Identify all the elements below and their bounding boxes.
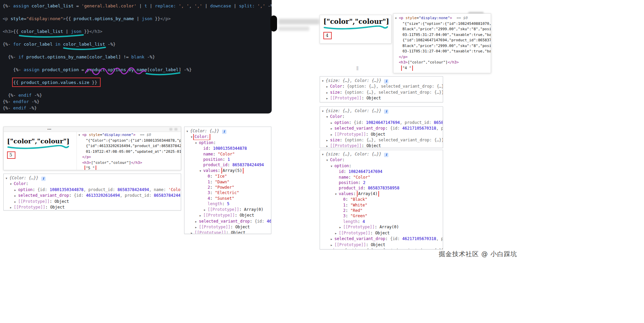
console-property-row[interactable]: ▸[[Prototype]]: Object — [4, 199, 181, 204]
console-log-entry[interactable]: ▾{size: {…}, Color: {…}}i — [320, 78, 443, 84]
console-property-row[interactable]: ▸[[Prototype]]: Object — [4, 204, 181, 210]
elements-node-row[interactable]: ▾<p style="display:none"> == $0 — [393, 15, 491, 21]
expand-arrow-icon[interactable]: ▾ — [78, 132, 82, 138]
expand-arrow-icon[interactable]: ▾ — [10, 181, 14, 187]
console-property-row[interactable]: ▾values: Array(4) — [320, 191, 443, 197]
console-property-row[interactable]: ▸[[Prototype]]: Array(0) — [320, 224, 443, 230]
elements-node-row[interactable]: "5 " — [77, 166, 181, 170]
console-property-row[interactable]: ▸selected_variant_drop: {id: 46133202616… — [4, 193, 181, 198]
value-text: Object — [371, 242, 385, 247]
console-property-row[interactable]: ▸option: {id: 10824647147694, product_id… — [320, 120, 443, 126]
expand-arrow-icon[interactable]: ▸ — [326, 90, 330, 95]
console-log-entry[interactable]: ▾{Color: {…}}i — [184, 128, 271, 134]
elements-node-row[interactable]: {"id":46133202616494,"product_id":865837… — [77, 143, 181, 149]
elements-node-row[interactable]: 01-19T22:47:08-05:00","updated_at":"2025… — [77, 149, 181, 155]
elements-node-row[interactable]: 03-11T05:31:27-04:00","taxable":true,"ba… — [393, 32, 491, 38]
console-property-row[interactable]: ▾Color: — [4, 181, 181, 187]
elements-node-row[interactable]: </p> — [393, 54, 491, 60]
expand-arrow-icon[interactable]: ▾ — [322, 108, 326, 114]
console-property-row[interactable]: ▾Color: — [320, 114, 443, 120]
console-log-entry[interactable]: ▾{size: {…}, Color: {…}}i — [320, 151, 443, 157]
console-log-entry[interactable]: ▾{Color: {…}}i — [4, 175, 181, 181]
console-property-row[interactable]: ▸[[Prototype]]: Object — [320, 143, 443, 148]
console-property-row[interactable]: ▸selected_variant_drop: {id: 46217105670… — [320, 236, 443, 242]
expand-arrow-icon[interactable]: ▸ — [331, 242, 334, 248]
console-log-entry[interactable]: ▾{size: {…}, Color: {…}}i — [320, 108, 443, 114]
string-value: "Dawn" — [215, 180, 229, 184]
elements-node-row[interactable]: <h3>["color","colour"]</h3> — [393, 60, 491, 65]
console-property-row[interactable]: ▸[[Prototype]]: Object — [320, 132, 443, 137]
more-menu-icon[interactable]: ⋯ — [47, 127, 51, 131]
elements-node-row[interactable]: "{"Color":{"option":{"id":10801350344878… — [77, 138, 181, 144]
panel-resize-handle[interactable]: ‖ — [356, 66, 359, 71]
expand-arrow-icon[interactable]: ▾ — [191, 134, 195, 140]
expand-arrow-icon[interactable]: ▸ — [14, 199, 18, 204]
expand-arrow-icon[interactable]: ▸ — [195, 219, 199, 224]
expand-arrow-icon[interactable]: ▸ — [331, 236, 334, 242]
elements-node-row[interactable]: "4 " — [393, 65, 491, 71]
expand-arrow-icon[interactable]: ▸ — [326, 248, 330, 249]
expand-arrow-icon[interactable]: ▸ — [326, 143, 330, 148]
value-text: Object — [371, 132, 385, 137]
expand-arrow-icon[interactable]: ▾ — [322, 152, 326, 157]
console-property-row[interactable]: ▸Color: {option: {…}, selected_variant_d… — [320, 84, 443, 89]
console-property-row[interactable]: ▾option: — [184, 140, 271, 146]
expand-arrow-icon[interactable]: ▸ — [195, 225, 199, 230]
object-preview: , product_id: — [436, 236, 443, 241]
html-tag: <p — [399, 16, 406, 20]
elements-node-row[interactable]: Black","price":"2999.00","sku":"8","posi… — [393, 27, 491, 32]
expand-arrow-icon[interactable]: ▸ — [14, 187, 18, 193]
console-property-row[interactable]: ▸[[Prototype]]: Object — [184, 224, 271, 230]
console-property-row[interactable]: ▸[[Prototype]]: Array(0) — [184, 207, 271, 213]
console-property-row[interactable]: ▸option: {id: 10801350344878, product_id… — [4, 187, 181, 193]
expand-arrow-icon[interactable]: ▾ — [326, 157, 330, 163]
console-property-row[interactable]: ▸[[Prototype]]: Object — [320, 230, 443, 236]
expand-arrow-icon[interactable]: ▸ — [326, 96, 330, 101]
console-property-row[interactable]: ▾values: Array(5) — [184, 168, 271, 174]
scrollbar-thumb[interactable] — [270, 15, 277, 32]
expand-arrow-icon[interactable]: ▸ — [10, 205, 14, 210]
console-property-row[interactable]: ▾Color: — [184, 134, 271, 140]
elements-node-row[interactable]: </p> — [77, 154, 181, 160]
console-property-row[interactable]: ▸[[Prototype]]: Object — [184, 230, 271, 234]
console-property-row[interactable]: ▾Color: — [320, 157, 443, 163]
expand-arrow-icon[interactable]: ▾ — [200, 168, 203, 174]
expand-arrow-icon[interactable]: ▾ — [6, 176, 9, 181]
elements-node-row[interactable]: <h3>["color","colour"]</h3> — [77, 160, 181, 166]
code-string: "display:none" — [26, 16, 63, 21]
expand-arrow-icon[interactable]: ▸ — [200, 213, 203, 218]
browser-preview-top: ["color","colour"] 4 — [320, 15, 391, 44]
console-property-row[interactable]: ▸size: {option: {…}, selected_variant_dr… — [320, 90, 443, 95]
console-property-row[interactable]: ▸[[Prototype]]: Object — [320, 95, 443, 101]
expand-arrow-icon[interactable]: ▸ — [331, 126, 334, 131]
expand-arrow-icon[interactable]: ▸ — [335, 231, 339, 236]
console-property-row[interactable]: ▸selected_variant_drop: {id: 46217105670… — [320, 126, 443, 131]
expand-arrow-icon[interactable]: ▸ — [331, 132, 334, 137]
console-property-row[interactable]: ▸selected_variant_drop: {id: 46133202616… — [184, 219, 271, 224]
expand-arrow-icon[interactable]: ▾ — [395, 15, 399, 21]
console-property-row: position: 2 — [320, 180, 443, 185]
expand-arrow-icon[interactable]: ▸ — [204, 207, 208, 213]
elements-node-row[interactable]: "{"size":{"option":{"id":10824540881070,… — [393, 21, 491, 27]
expand-arrow-icon[interactable]: ▾ — [195, 140, 199, 146]
expand-arrow-icon[interactable]: ▾ — [186, 129, 190, 134]
elements-node-row[interactable]: ▾<p style="display:none"> == $0 — [77, 132, 181, 138]
expand-arrow-icon[interactable]: ▸ — [326, 84, 330, 89]
elements-node-row[interactable]: Black","price":"2999.00","sku":"8","posi… — [393, 43, 491, 49]
console-property-row[interactable]: ▸size: {option: {…}, selected_variant_dr… — [320, 137, 443, 143]
expand-arrow-icon[interactable]: ▾ — [326, 114, 330, 120]
expand-arrow-icon[interactable]: ▸ — [191, 230, 195, 234]
expand-arrow-icon[interactable]: ▸ — [339, 225, 343, 230]
console-property-row[interactable]: ▸[[Prototype]]: Object — [320, 242, 443, 248]
expand-arrow-icon[interactable]: ▾ — [331, 164, 334, 169]
console-property-row[interactable]: ▸[[Prototype]]: Object — [184, 213, 271, 218]
expand-arrow-icon[interactable]: ▾ — [322, 78, 326, 84]
expand-arrow-icon[interactable]: ▾ — [335, 191, 339, 197]
expand-arrow-icon[interactable]: ▸ — [331, 120, 334, 126]
expand-arrow-icon[interactable]: ▸ — [326, 138, 330, 143]
elements-node-row[interactable]: 03-11T05:31:27-04:00","taxable":true,"ba… — [393, 49, 491, 54]
console-property-row[interactable]: ▾option: — [320, 163, 443, 169]
console-property-row[interactable]: ▸size: {option: {…}, selected_variant_dr… — [320, 248, 443, 249]
elements-node-row[interactable]: {"id":10824647147694,"product_id":865837… — [393, 38, 491, 43]
expand-arrow-icon[interactable]: ▸ — [14, 193, 18, 198]
